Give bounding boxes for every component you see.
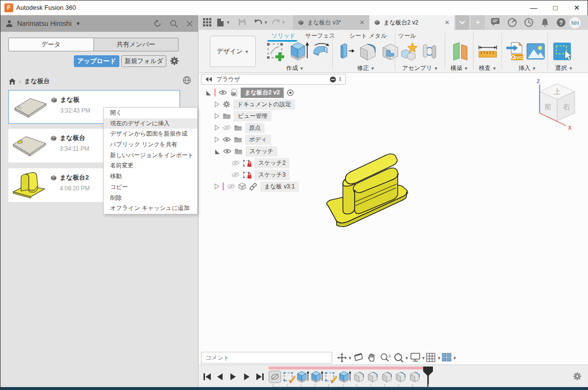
measure-icon[interactable] <box>477 42 498 62</box>
grid-layout-icon[interactable] <box>426 353 435 362</box>
browser-root-label[interactable]: まな板台2 v2 <box>241 88 284 98</box>
undo-icon[interactable] <box>254 18 263 26</box>
redo-caret-icon[interactable]: ▼ <box>281 20 286 25</box>
redo-icon[interactable] <box>271 18 280 26</box>
job-status-icon[interactable] <box>507 18 517 27</box>
group-label-select[interactable]: 選択 ▼ <box>555 64 573 72</box>
fit-zoom-window-icon[interactable] <box>394 353 404 363</box>
collapsed-triangle-icon[interactable] <box>214 125 220 131</box>
browser-node-sketch2[interactable]: スケッチ2 <box>231 157 290 169</box>
node-label[interactable]: ドキュメントの設定 <box>233 99 295 110</box>
visibility-off-eye-icon[interactable] <box>231 160 240 166</box>
document-tab-manaitadai2-v2[interactable]: まな板台2 v2 ✕ <box>369 15 454 30</box>
display-settings-icon[interactable] <box>410 353 420 362</box>
new-file-icon[interactable] <box>217 18 224 27</box>
joint-icon[interactable] <box>420 42 438 62</box>
undo-caret-icon[interactable]: ▼ <box>264 20 268 25</box>
menu-item-delete[interactable]: 削除 <box>104 193 197 204</box>
browser-node-settings[interactable]: ドキュメントの設定 <box>214 98 295 110</box>
menu-item-rename[interactable]: 名前変更 <box>104 161 197 171</box>
panel-grip-icon[interactable]: ‖ <box>339 76 341 83</box>
extrude-icon[interactable] <box>289 42 310 62</box>
menu-item-open[interactable]: 開く <box>104 108 197 118</box>
feature-extrude-icon[interactable] <box>339 370 351 383</box>
ribbon-tab-sheetmetal[interactable]: シート メタル <box>349 32 387 40</box>
feature-fillet-icon[interactable] <box>366 370 379 383</box>
comments-icon[interactable] <box>491 18 500 26</box>
node-label[interactable]: まな板 v3:1 <box>260 182 299 192</box>
feature-sketch-icon[interactable] <box>324 370 337 383</box>
pan-hand-icon[interactable] <box>367 353 376 363</box>
visibility-off-eye-icon[interactable] <box>227 184 235 189</box>
visibility-off-eye-icon[interactable] <box>231 172 240 178</box>
group-label-insert[interactable]: 挿入 ▼ <box>519 64 536 72</box>
feature-fillet-icon[interactable] <box>394 370 407 383</box>
collapsed-triangle-icon[interactable] <box>214 113 220 119</box>
create-sketch-icon[interactable] <box>267 42 286 62</box>
zoom-icon[interactable]: ± <box>380 353 391 363</box>
press-pull-icon[interactable] <box>337 42 357 62</box>
model-3d-stand[interactable] <box>314 139 426 237</box>
tab-data[interactable]: データ <box>9 38 93 51</box>
menu-item-insert-into-design[interactable]: 現在のデザインに挿入 <box>104 118 197 129</box>
user-row[interactable]: Narimatsu Hiroshi ▼ <box>0 15 198 32</box>
feature-extrude-icon[interactable] <box>296 370 309 383</box>
workspace-selector[interactable]: デザイン ▼ <box>210 36 256 67</box>
go-to-start-icon[interactable] <box>203 373 211 381</box>
browser-node-origin[interactable]: 原点 <box>214 122 265 134</box>
group-label-create[interactable]: 作成 ▼ <box>286 64 304 72</box>
ribbon-tab-solid[interactable]: ソリッド <box>271 32 295 40</box>
visibility-eye-icon[interactable] <box>223 148 231 154</box>
help-icon[interactable]: ? <box>556 18 566 27</box>
shell-icon[interactable] <box>380 42 401 62</box>
file-menu-caret-icon[interactable]: ▼ <box>226 20 230 25</box>
model-canvas[interactable]: ブラウザ ‖ まな板台2 v2 ドキュメントの設定 <box>199 73 588 365</box>
orbit-caret-icon[interactable]: ▼ <box>348 356 352 361</box>
select-icon[interactable] <box>552 42 573 62</box>
group-label-construct[interactable]: 構築 ▼ <box>451 64 468 72</box>
tab-close-icon[interactable]: ✕ <box>360 19 364 26</box>
chevron-down-icon[interactable]: ▼ <box>75 21 81 26</box>
browser-node-sketch3[interactable]: スケッチ3 <box>231 169 290 181</box>
version-history-clock-icon[interactable] <box>524 18 534 27</box>
node-label[interactable]: スケッチ <box>246 146 277 157</box>
notifications-bell-icon[interactable] <box>541 18 549 27</box>
insert-svg-icon[interactable]: SVG <box>505 42 524 62</box>
tab-close-icon[interactable]: ✕ <box>445 19 450 26</box>
menu-item-add-offline-cache[interactable]: オフライン キャッシュに追加 <box>104 203 197 214</box>
ribbon-tab-surface[interactable]: サーフェス <box>305 32 335 40</box>
tab-shared-members[interactable]: 共有メンバー <box>93 38 179 51</box>
ribbon-tab-tools[interactable]: ツール <box>398 32 416 40</box>
construct-plane-icon[interactable] <box>450 42 470 62</box>
user-avatar[interactable]: NH <box>569 17 581 29</box>
viewports-caret-icon[interactable]: ▼ <box>452 356 457 361</box>
visibility-off-eye-icon[interactable] <box>223 125 231 131</box>
node-label[interactable]: スケッチ2 <box>254 158 290 168</box>
home-icon[interactable] <box>8 78 16 85</box>
close-window-button[interactable]: ✕ <box>566 0 588 15</box>
step-forward-icon[interactable] <box>243 373 250 381</box>
node-label[interactable]: スケッチ3 <box>254 170 290 180</box>
breadcrumb-folder[interactable]: まな板台 <box>24 77 50 86</box>
orbit-icon[interactable] <box>337 353 347 363</box>
document-tab-manaitadai-v3[interactable]: まな板台 v3* ✕ <box>293 15 369 30</box>
tab-list-chevron-button[interactable] <box>455 15 469 30</box>
browser-node-linked-design[interactable]: まな板 v3:1 <box>214 181 299 192</box>
refresh-icon[interactable] <box>153 19 162 28</box>
browser-node-bodies[interactable]: ボディ <box>214 134 271 145</box>
collapsed-triangle-icon[interactable] <box>214 137 220 142</box>
menu-item-import-new-version[interactable]: 新しいバージョンをインポート <box>104 150 197 161</box>
minimize-button[interactable]: — <box>523 0 544 15</box>
visibility-eye-icon[interactable] <box>219 90 227 95</box>
expanded-triangle-icon[interactable] <box>214 148 220 155</box>
browser-root-row[interactable]: まな板台2 v2 <box>205 87 294 98</box>
upload-button[interactable]: アップロード <box>74 55 119 67</box>
browser-node-sketches[interactable]: スケッチ <box>214 145 277 157</box>
node-label[interactable]: 原点 <box>245 123 265 133</box>
web-globe-icon[interactable] <box>182 76 191 86</box>
new-tab-button[interactable]: + <box>471 15 485 30</box>
feature-linked-design-icon[interactable] <box>269 370 281 383</box>
menu-item-copy[interactable]: コピー <box>104 182 197 193</box>
save-icon[interactable] <box>238 18 246 26</box>
collapse-browser-icon[interactable] <box>205 77 212 82</box>
